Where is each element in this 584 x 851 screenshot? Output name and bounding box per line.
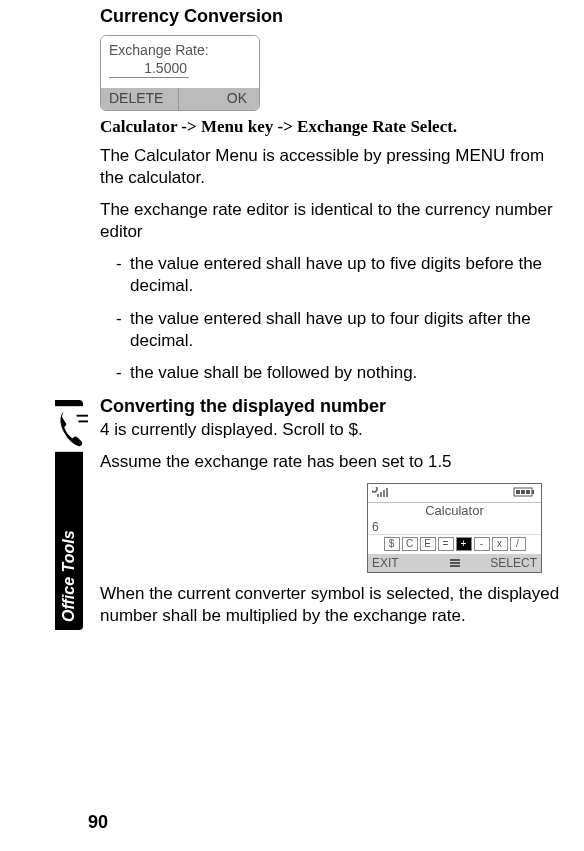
exchange-rate-label: Exchange Rate:: [109, 42, 251, 60]
svg-rect-6: [521, 490, 525, 494]
svg-rect-8: [450, 559, 460, 561]
delete-softkey[interactable]: DELETE: [101, 88, 179, 110]
sub-heading: Converting the displayed number: [100, 396, 572, 417]
svg-rect-5: [516, 490, 520, 494]
paragraph: Assume the exchange rate has been set to…: [100, 451, 572, 473]
ok-softkey[interactable]: OK: [179, 88, 260, 110]
paragraph: When the current converter symbol is sel…: [100, 583, 572, 627]
svg-rect-0: [50, 406, 88, 452]
op-minus[interactable]: -: [474, 537, 490, 551]
op-multiply[interactable]: x: [492, 537, 508, 551]
paragraph: 4 is currently displayed. Scroll to $.: [100, 419, 572, 441]
calc-display: 6: [368, 520, 541, 534]
paragraph: The Calculator Menu is accessible by pre…: [100, 145, 572, 189]
page-number: 90: [88, 812, 108, 833]
bullet-text: the value entered shall have up to four …: [130, 308, 572, 352]
exchange-rate-screen: Exchange Rate: 1.5000 DELETE OK: [100, 35, 260, 111]
menu-icon[interactable]: [443, 558, 467, 568]
op-divide[interactable]: /: [510, 537, 526, 551]
list-item: - the value shall be followed by nothing…: [100, 362, 572, 384]
list-item: - the value entered shall have up to fou…: [100, 308, 572, 352]
svg-rect-10: [450, 565, 460, 567]
bullet-dash: -: [100, 308, 130, 352]
select-softkey[interactable]: SELECT: [467, 554, 542, 572]
nav-path: Calculator -> Menu key -> Exchange Rate …: [100, 117, 572, 137]
op-e[interactable]: E: [420, 537, 436, 551]
svg-rect-9: [450, 562, 460, 564]
op-plus[interactable]: +: [456, 537, 472, 551]
exit-softkey[interactable]: EXIT: [368, 554, 443, 572]
exchange-rate-value[interactable]: 1.5000: [109, 60, 189, 79]
phone-icon: [50, 405, 88, 453]
battery-icon: [513, 486, 537, 500]
calc-title: Calculator: [425, 503, 484, 518]
signal-icon: [372, 486, 402, 500]
calc-op-row: $ C E = + - x /: [368, 534, 541, 554]
op-clear[interactable]: C: [402, 537, 418, 551]
bullet-dash: -: [100, 362, 130, 384]
side-tab-label: Office Tools: [60, 530, 78, 622]
op-equals[interactable]: =: [438, 537, 454, 551]
op-dollar[interactable]: $: [384, 537, 400, 551]
bullet-text: the value shall be followed by nothing.: [130, 362, 572, 384]
bullet-dash: -: [100, 253, 130, 297]
section-heading: Currency Conversion: [100, 6, 572, 27]
svg-rect-7: [526, 490, 530, 494]
list-item: - the value entered shall have up to fiv…: [100, 253, 572, 297]
svg-rect-4: [532, 490, 534, 494]
calculator-screen: Calculator 6 $ C E = + - x / EXIT SELECT: [367, 483, 542, 573]
bullet-text: the value entered shall have up to five …: [130, 253, 572, 297]
paragraph: The exchange rate editor is identical to…: [100, 199, 572, 243]
